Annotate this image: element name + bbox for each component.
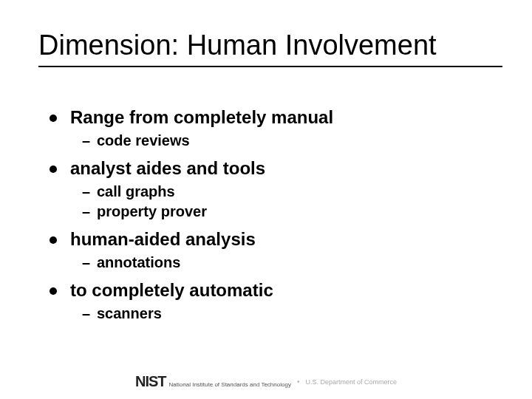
bullet-text: to completely automatic: [70, 280, 273, 300]
bullet-item: human-aided analysis annotations: [50, 229, 488, 273]
nist-logo: NIST National Institute of Standards and…: [135, 373, 291, 390]
logo-mark: NIST: [135, 373, 166, 390]
sub-list: annotations: [70, 253, 488, 273]
bullet-list: Range from completely manual code review…: [50, 107, 488, 324]
separator-dot-icon: •: [297, 378, 300, 386]
slide: Dimension: Human Involvement Range from …: [0, 0, 532, 399]
sub-item: call graphs: [82, 182, 488, 202]
slide-body: Range from completely manual code review…: [50, 107, 488, 331]
footer: NIST National Institute of Standards and…: [0, 373, 532, 390]
bullet-text: analyst aides and tools: [70, 158, 265, 178]
sub-list: code reviews: [70, 131, 488, 151]
bullet-text: Range from completely manual: [70, 107, 333, 127]
bullet-item: Range from completely manual code review…: [50, 107, 488, 151]
bullet-item: analyst aides and tools call graphs prop…: [50, 158, 488, 222]
sub-item: annotations: [82, 253, 488, 273]
sub-item: property prover: [82, 202, 488, 222]
bullet-item: to completely automatic scanners: [50, 280, 488, 324]
dept-text: U.S. Department of Commerce: [305, 378, 397, 386]
logo-subtext: National Institute of Standards and Tech…: [169, 382, 291, 388]
sub-item: scanners: [82, 304, 488, 324]
sub-list: call graphs property prover: [70, 182, 488, 222]
slide-title: Dimension: Human Involvement: [38, 30, 502, 67]
sub-item: code reviews: [82, 131, 488, 151]
sub-list: scanners: [70, 304, 488, 324]
bullet-text: human-aided analysis: [70, 229, 256, 249]
